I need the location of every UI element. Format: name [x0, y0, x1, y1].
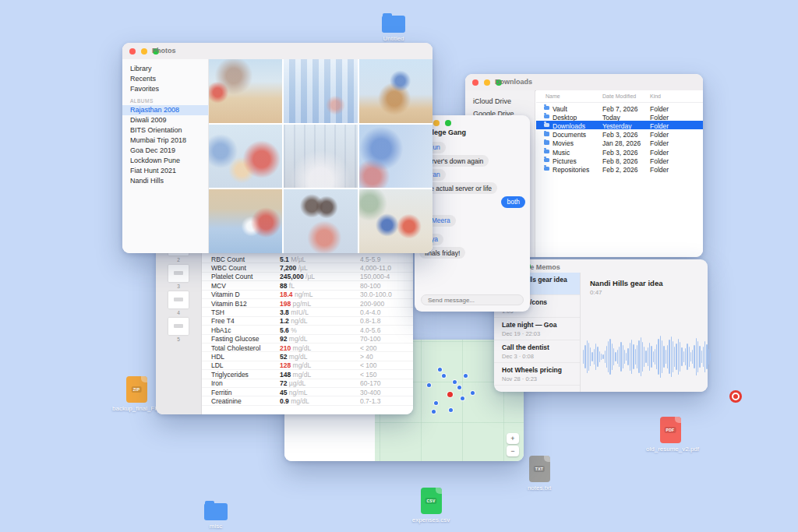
test-unit: mg/dL [289, 397, 309, 405]
reference-range: 0.8-1.8 [360, 317, 411, 325]
album-item[interactable]: Nandi Hills [122, 176, 208, 186]
waveform-bar [694, 345, 694, 368]
table-row[interactable]: DocumentsFeb 3, 2026Folder [536, 130, 703, 139]
test-value: 128 mg/dL [280, 361, 311, 369]
date-modified: Jan 28, 2026 [602, 139, 641, 147]
desktop-icon-misc-folder[interactable]: misc [192, 500, 240, 530]
message-input[interactable] [421, 294, 524, 305]
album-item[interactable]: Fiat Hunt 2021 [122, 166, 208, 176]
lab-report-window: 2345 RBC Count5.1 M/µL4.5-5.9WBC Count7,… [156, 241, 413, 414]
test-name: MCV [211, 282, 226, 290]
file-icon: ZIP [126, 376, 147, 403]
date-modified: Feb 7, 2026 [602, 105, 637, 113]
location-dot [438, 368, 442, 372]
memo-list-item[interactable]: Call the dentistDec 3 · 0:08 [494, 340, 580, 363]
waveform-bar [689, 347, 690, 367]
sidebar-item-library[interactable]: Library [122, 64, 208, 74]
memo-item-subtitle: Nov 28 · 0:23 [502, 375, 574, 382]
page-fold [141, 376, 147, 382]
photo-thumbnail[interactable] [284, 189, 357, 253]
location-dot [449, 408, 453, 412]
minimize-button[interactable] [433, 120, 440, 126]
column-header[interactable]: Date Modified [602, 93, 636, 99]
desktop-icon-notes-txt-file[interactable]: TXTnotes.txt [515, 456, 563, 491]
file-kind: Folder [650, 157, 669, 165]
file-name: Pictures [553, 157, 577, 165]
test-value: 52 mg/dL [280, 353, 307, 361]
memo-list-item[interactable]: Hot Wheels pricingNov 28 · 0:23 [494, 363, 580, 386]
photo-thumbnail[interactable] [209, 59, 282, 123]
reference-range: > 40 [360, 353, 411, 361]
waveform-bar [630, 343, 630, 371]
table-row[interactable]: VaultFeb 7, 2026Folder [536, 104, 703, 112]
location-dot [442, 374, 446, 378]
photo-thumbnail[interactable] [209, 189, 282, 253]
album-item[interactable]: Goa Dec 2019 [122, 146, 208, 156]
waveform-bar [624, 350, 625, 364]
reference-range: 60-170 [360, 379, 411, 387]
file-type-badge: TXT [534, 466, 545, 472]
test-value: 0.9 mg/dL [280, 397, 309, 405]
sidebar-item-favorites[interactable]: Favorites [122, 84, 208, 94]
table-row[interactable]: MoviesJan 28, 2026Folder [536, 139, 703, 147]
photo-thumbnail[interactable] [209, 125, 282, 188]
page-number: 5 [156, 336, 201, 342]
sidebar-item-icloud-drive[interactable]: iCloud Drive [465, 95, 535, 107]
waveform-bar [591, 352, 592, 361]
table-row[interactable]: RepositoriesFeb 2, 2026Folder [536, 164, 703, 173]
list-column-headers: NameDate ModifiedKind [536, 90, 703, 103]
icon-label: old_resume_v2.pdf [646, 446, 694, 453]
memo-list-item[interactable]: Late night — GoaDec 19 · 22:03 [494, 318, 580, 340]
table-row[interactable]: MusicFeb 3, 2026Folder [536, 147, 703, 156]
album-item[interactable]: Diwali 2009 [122, 115, 208, 125]
photo-thumbnail[interactable] [284, 59, 357, 123]
close-button[interactable] [472, 79, 478, 86]
table-row[interactable]: PicturesFeb 8, 2026Folder [536, 156, 703, 164]
album-item[interactable]: Lockdown Pune [122, 156, 208, 166]
desktop-icon-expenses-csv-file[interactable]: CSVexpenses.csv [407, 488, 455, 523]
table-row[interactable]: DownloadsYesterdayFolder [536, 121, 703, 129]
photo-thumbnail[interactable] [284, 125, 357, 188]
page-thumbnail[interactable] [168, 318, 189, 335]
album-item[interactable]: Mumbai Trip 2018 [122, 136, 208, 146]
maximize-button[interactable] [445, 120, 451, 126]
desktop-icon-backup-zip-file[interactable]: ZIPbackup_final_FINAL... [112, 376, 161, 412]
table-row[interactable]: DesktopTodayFolder [536, 112, 703, 121]
desktop-icon-untitled-folder[interactable]: Untitled [369, 12, 418, 42]
zoom-out-button[interactable]: − [507, 446, 519, 456]
photo-thumbnail[interactable] [359, 125, 433, 188]
zoom-in-button[interactable]: + [507, 433, 519, 444]
photo-thumbnail[interactable] [359, 59, 433, 123]
waveform-bar [612, 344, 613, 370]
column-header[interactable]: Kind [650, 93, 661, 99]
test-value: 18.4 ng/mL [280, 291, 313, 298]
waveform-bar [663, 346, 664, 368]
waveform-bar [583, 350, 584, 364]
waveform-bar [619, 347, 620, 367]
waveform-bar [605, 351, 606, 363]
folder-icon [382, 16, 405, 33]
waveform-bar [671, 336, 672, 377]
sidebar-item-recents[interactable]: Recents [122, 74, 208, 84]
test-name: WBC Count [211, 264, 246, 272]
album-item[interactable]: Rajasthan 2008 [122, 105, 208, 115]
minimize-button[interactable] [484, 79, 490, 86]
photo-thumbnail[interactable] [359, 189, 433, 253]
page-thumbnail[interactable] [168, 265, 189, 282]
waveform-bar [690, 352, 691, 361]
close-button[interactable] [129, 48, 136, 55]
waveform-bar [656, 344, 657, 369]
album-item[interactable]: BITS Orientation [122, 125, 208, 136]
minimize-button[interactable] [141, 48, 147, 55]
column-header[interactable]: Name [546, 93, 560, 99]
location-dot [461, 396, 464, 400]
page-thumbnail[interactable] [168, 291, 189, 308]
desktop-icon-old-resume-pdf-file[interactable]: PDFold_resume_v2.pdf [646, 417, 694, 453]
file-kind: Folder [650, 166, 669, 174]
folder-icon [544, 132, 549, 136]
reference-range: < 150 [360, 371, 411, 379]
photos-window: Photos LibraryRecentsFavoritesALBUMSRaja… [122, 43, 433, 253]
current-location-dot [447, 392, 453, 397]
record-button[interactable] [729, 390, 742, 403]
map-zoom-controls: + − [507, 433, 519, 458]
